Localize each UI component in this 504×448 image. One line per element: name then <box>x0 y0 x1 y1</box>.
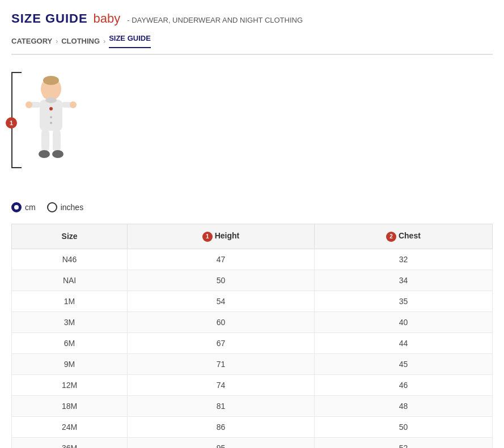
cell-height: 81 <box>128 395 315 416</box>
cell-chest: 40 <box>314 312 492 332</box>
svg-point-13 <box>50 116 52 118</box>
table-header-row: Size 1Height 2Chest <box>12 224 493 249</box>
svg-point-6 <box>26 101 32 108</box>
svg-rect-9 <box>53 129 61 152</box>
cell-chest: 46 <box>314 374 492 395</box>
cell-size: 3M <box>12 312 128 332</box>
unit-toggle: cm inches <box>11 202 493 212</box>
page-title: SIZE GUIDE baby - DAYWEAR, UNDERWEAR AND… <box>11 11 493 26</box>
svg-point-3 <box>45 97 57 103</box>
page-container: SIZE GUIDE baby - DAYWEAR, UNDERWEAR AND… <box>0 0 504 448</box>
cell-height: 47 <box>128 249 315 270</box>
cell-size: 9M <box>12 353 128 374</box>
cell-chest: 52 <box>314 437 492 448</box>
table-row: 3M6040 <box>12 312 493 332</box>
baby-illustration <box>23 75 79 174</box>
cell-size: N46 <box>12 249 128 270</box>
cell-chest: 44 <box>314 332 492 353</box>
cell-chest: 50 <box>314 416 492 437</box>
cell-size: 1M <box>12 291 128 312</box>
title-main: SIZE GUIDE <box>11 11 88 25</box>
chest-col-badge: 2 <box>386 232 396 242</box>
cm-label: cm <box>25 203 36 212</box>
breadcrumb-item-size-guide[interactable]: SIZE GUIDE <box>109 34 151 48</box>
cell-size: 36M <box>12 437 128 448</box>
height-badge: 1 <box>6 117 17 129</box>
title-desc: - DAYWEAR, UNDERWEAR AND NIGHT CLOTHING <box>127 16 303 24</box>
cell-height: 54 <box>128 291 315 312</box>
cell-chest: 32 <box>314 249 492 270</box>
baby-figure: 1 2 <box>11 72 102 185</box>
cell-height: 86 <box>128 416 315 437</box>
svg-rect-2 <box>40 100 62 131</box>
visual-section: 1 2 <box>11 72 493 185</box>
cell-chest: 45 <box>314 353 492 374</box>
breadcrumb-separator-2: › <box>103 37 105 45</box>
table-row: 6M6744 <box>12 332 493 353</box>
cm-option[interactable]: cm <box>11 202 36 212</box>
svg-point-12 <box>49 107 53 110</box>
svg-point-10 <box>39 150 50 158</box>
inches-label: inches <box>61 203 83 212</box>
svg-point-14 <box>50 122 52 124</box>
size-table: Size 1Height 2Chest N464732NAI50341M5435… <box>11 224 493 448</box>
table-header: Size 1Height 2Chest <box>12 224 493 249</box>
breadcrumb: CATEGORY › CLOTHING › SIZE GUIDE <box>11 34 493 55</box>
cell-height: 74 <box>128 374 315 395</box>
cell-chest: 35 <box>314 291 492 312</box>
cell-height: 95 <box>128 437 315 448</box>
svg-rect-8 <box>41 129 49 152</box>
col-header-chest: 2Chest <box>314 224 492 249</box>
table-row: N464732 <box>12 249 493 270</box>
table-row: 1M5435 <box>12 291 493 312</box>
table-row: 24M8650 <box>12 416 493 437</box>
svg-point-7 <box>70 101 77 108</box>
breadcrumb-separator-1: › <box>56 37 58 45</box>
table-body: N464732NAI50341M54353M60406M67449M714512… <box>12 249 493 448</box>
table-row: 12M7446 <box>12 374 493 395</box>
cell-height: 50 <box>128 270 315 291</box>
cell-size: 12M <box>12 374 128 395</box>
table-row: 9M7145 <box>12 353 493 374</box>
cell-height: 67 <box>128 332 315 353</box>
svg-point-11 <box>52 150 63 158</box>
col-header-height: 1Height <box>128 224 315 249</box>
table-row: 18M8148 <box>12 395 493 416</box>
inches-option[interactable]: inches <box>47 202 83 212</box>
cell-chest: 34 <box>314 270 492 291</box>
cell-size: 18M <box>12 395 128 416</box>
title-sub: baby <box>94 11 121 25</box>
table-row: 36M9552 <box>12 437 493 448</box>
table-row: NAI5034 <box>12 270 493 291</box>
col-header-size: Size <box>12 224 128 249</box>
height-col-badge: 1 <box>202 232 213 242</box>
cell-size: NAI <box>12 270 128 291</box>
breadcrumb-item-clothing[interactable]: CLOTHING <box>61 37 100 45</box>
breadcrumb-item-category[interactable]: CATEGORY <box>11 37 52 45</box>
svg-point-1 <box>43 76 59 85</box>
cell-height: 60 <box>128 312 315 332</box>
cell-height: 71 <box>128 353 315 374</box>
cm-radio[interactable] <box>11 202 22 212</box>
cell-size: 24M <box>12 416 128 437</box>
cell-size: 6M <box>12 332 128 353</box>
inches-radio[interactable] <box>47 202 57 212</box>
cell-chest: 48 <box>314 395 492 416</box>
